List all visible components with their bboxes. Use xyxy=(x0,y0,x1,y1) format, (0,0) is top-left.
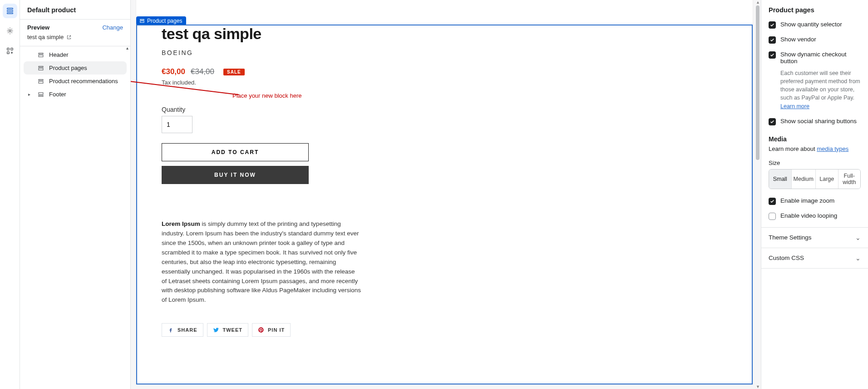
rail-sections-button[interactable] xyxy=(3,4,17,18)
add-to-cart-button[interactable]: ADD TO CART xyxy=(162,143,309,161)
tree-item-label: Header xyxy=(49,51,69,58)
svg-rect-10 xyxy=(39,68,43,70)
quantity-input[interactable] xyxy=(162,116,192,133)
price-row: €30,00 €34,00 SALE xyxy=(162,67,727,76)
tax-note: Tax included. xyxy=(162,79,727,86)
accordion-label: Custom CSS xyxy=(769,254,804,261)
settings-title: Product pages xyxy=(761,0,868,17)
preview-label: Preview xyxy=(27,24,49,31)
checkbox-checked-icon xyxy=(769,51,776,59)
svg-rect-5 xyxy=(10,48,13,50)
svg-rect-2 xyxy=(7,13,13,14)
scrollbar-thumb[interactable] xyxy=(756,5,760,160)
svg-rect-14 xyxy=(39,95,43,96)
checkbox-checked-icon xyxy=(769,198,776,205)
scroll-up-icon: ▲ xyxy=(756,0,760,5)
preview-canvas: test qa simple BOEING €30,00 €34,00 SALE… xyxy=(131,0,761,389)
setting-label: Enable image zoom xyxy=(780,197,834,204)
media-heading: Media xyxy=(761,129,868,145)
section-icon xyxy=(38,78,44,85)
setting-show-vendor[interactable]: Show vendor xyxy=(761,32,868,47)
pinterest-icon xyxy=(258,327,264,333)
quantity-label: Quantity xyxy=(162,106,727,113)
collapse-caret-icon[interactable]: ▴ xyxy=(126,45,128,50)
media-types-link[interactable]: media types xyxy=(817,145,848,152)
svg-rect-16 xyxy=(140,21,144,23)
accordion-custom-css[interactable]: Custom CSS ⌄ xyxy=(761,248,868,269)
svg-rect-8 xyxy=(39,55,43,57)
share-label: PIN IT xyxy=(268,327,285,333)
tree-item-header[interactable]: ▸ Header xyxy=(24,48,127,61)
size-label: Size xyxy=(761,157,868,169)
scroll-down-icon: ▼ xyxy=(756,384,760,389)
setting-show-social[interactable]: Show social sharing buttons xyxy=(761,114,868,129)
tree-item-product-pages[interactable]: ▸ Product pages xyxy=(24,61,127,75)
section-icon xyxy=(38,52,44,58)
change-preview-link[interactable]: Change xyxy=(102,24,123,31)
svg-rect-9 xyxy=(39,66,43,67)
buy-it-now-button[interactable]: BUY IT NOW xyxy=(162,166,309,184)
setting-enable-loop[interactable]: Enable video looping xyxy=(761,209,868,227)
share-twitter-button[interactable]: TWEET xyxy=(207,323,249,337)
setting-label: Enable video looping xyxy=(780,212,837,219)
share-label: TWEET xyxy=(223,327,243,333)
checkbox-checked-icon xyxy=(769,36,776,44)
chevron-right-icon: ▸ xyxy=(28,92,33,97)
twitter-icon xyxy=(213,327,219,333)
checkbox-checked-icon xyxy=(769,21,776,29)
apps-icon xyxy=(6,47,14,55)
price-sale: €30,00 xyxy=(162,67,185,76)
svg-rect-13 xyxy=(39,92,43,94)
setting-show-quantity[interactable]: Show quantity selector xyxy=(761,17,868,32)
svg-point-3 xyxy=(9,30,11,32)
tree-item-product-recommendations[interactable]: ▸ Product recommendations xyxy=(24,75,127,88)
chevron-down-icon: ⌄ xyxy=(855,234,861,241)
section-icon xyxy=(38,65,44,71)
section-icon xyxy=(38,91,44,98)
checkbox-checked-icon xyxy=(769,118,776,125)
preview-frame[interactable]: test qa simple BOEING €30,00 €34,00 SALE… xyxy=(136,0,753,384)
svg-rect-15 xyxy=(140,19,144,20)
preview-product[interactable]: test qa simple xyxy=(20,34,130,46)
sale-badge: SALE xyxy=(223,69,245,75)
share-label: SHARE xyxy=(178,327,197,333)
canvas-scrollbar[interactable]: ▲ ▼ xyxy=(755,0,760,389)
setting-enable-zoom[interactable]: Enable image zoom xyxy=(761,194,868,209)
setting-show-dynamic-checkout[interactable]: Show dynamic checkout button xyxy=(761,47,868,68)
svg-rect-12 xyxy=(39,81,43,83)
section-icon xyxy=(139,18,145,24)
share-pinterest-button[interactable]: PIN IT xyxy=(252,323,291,337)
accordion-label: Theme Settings xyxy=(769,234,812,241)
size-option-medium[interactable]: Medium xyxy=(792,170,816,189)
svg-rect-7 xyxy=(39,53,43,54)
facebook-icon xyxy=(168,327,174,333)
accordion-theme-settings[interactable]: Theme Settings ⌄ xyxy=(761,228,868,248)
size-option-large[interactable]: Large xyxy=(816,170,838,189)
sections-icon xyxy=(6,7,14,15)
product-vendor: BOEING xyxy=(162,49,727,56)
external-link-icon xyxy=(66,35,72,40)
svg-rect-4 xyxy=(7,48,9,50)
svg-rect-11 xyxy=(39,79,43,80)
product-title: test qa simple xyxy=(162,25,727,43)
preview-product-name: test qa simple xyxy=(27,34,64,40)
tree-item-footer[interactable]: ▸ Footer xyxy=(24,88,127,101)
size-option-full[interactable]: Full-width xyxy=(838,170,861,189)
product-description: Lorem Ipsum is simply dummy text of the … xyxy=(162,219,361,305)
share-facebook-button[interactable]: SHARE xyxy=(162,323,203,337)
svg-rect-1 xyxy=(7,10,13,12)
learn-more-link[interactable]: Learn more xyxy=(780,103,809,110)
checkbox-unchecked-icon xyxy=(769,213,776,220)
setting-label: Show quantity selector xyxy=(780,21,842,28)
price-compare: €34,00 xyxy=(191,67,214,76)
svg-rect-0 xyxy=(7,8,13,10)
tree-item-label: Footer xyxy=(49,91,66,98)
size-segmented-control: Small Medium Large Full-width xyxy=(769,169,861,189)
selection-tag[interactable]: Product pages xyxy=(136,16,186,25)
media-help: Learn more about media types xyxy=(761,145,868,157)
rail-settings-button[interactable] xyxy=(3,24,17,38)
svg-rect-6 xyxy=(7,52,9,54)
rail-apps-button[interactable] xyxy=(3,44,17,58)
setting-help-text: Each customer will see their preferred p… xyxy=(761,68,868,114)
size-option-small[interactable]: Small xyxy=(769,170,792,189)
